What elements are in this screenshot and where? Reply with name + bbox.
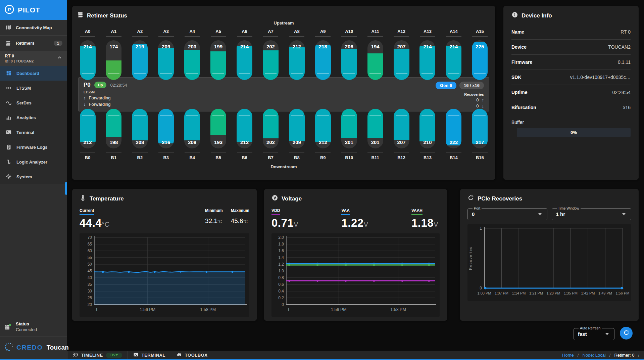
port-gauge-bar[interactable]: 212: [289, 40, 305, 80]
sidebar-item-analytics[interactable]: Analytics: [0, 110, 67, 125]
sidebar-item-retimers[interactable]: Retimers 1: [0, 36, 67, 51]
port-gauge-b2[interactable]: 208 B2: [132, 109, 148, 160]
port-gauge-bar[interactable]: 203: [184, 40, 200, 80]
bottom-tab-terminal[interactable]: TERMINAL: [128, 351, 171, 359]
port-gauge-bar[interactable]: 207: [394, 109, 409, 148]
port-gauge-bar[interactable]: 174: [106, 40, 121, 80]
port-gauge-a2[interactable]: A2 219: [132, 29, 148, 80]
map-icon: [5, 25, 11, 31]
port-gauge-b15[interactable]: 217 B15: [472, 109, 488, 160]
port-gauge-a15[interactable]: A15 225: [472, 29, 488, 80]
port-gauge-bar[interactable]: 217: [472, 109, 488, 148]
bottom-tab-timeline[interactable]: TIMELINE LIVE: [67, 351, 128, 359]
port-gauge-b7[interactable]: 202 B7: [262, 109, 279, 160]
port-select-label: Port: [473, 206, 482, 210]
port-gauge-b6[interactable]: 212 B6: [237, 109, 253, 160]
port-gauge-bar[interactable]: 216: [158, 109, 174, 148]
port-gauge-bar[interactable]: 201: [367, 109, 383, 148]
port-gauge-bar[interactable]: 219: [132, 40, 148, 80]
port-gauge-a12[interactable]: A12 207: [393, 29, 409, 80]
port-gauge-b3[interactable]: 216 B3: [158, 109, 174, 160]
pilot-logo[interactable]: P PILOT: [0, 0, 67, 20]
port-gauge-b14[interactable]: 222 B14: [446, 109, 462, 160]
port-gauge-bar[interactable]: 214: [446, 40, 461, 80]
svg-text:20: 20: [88, 302, 92, 307]
port-gauge-b1[interactable]: 198 B1: [106, 109, 122, 160]
panel-title: Retimer Status: [87, 12, 127, 19]
port-gauge-a0[interactable]: A0 214: [80, 29, 96, 80]
sidebar-item-firmware-logs[interactable]: Firmware Logs: [0, 140, 67, 154]
current-temperature-value: 44.4: [80, 217, 102, 229]
sidebar-item-label: Dashboard: [16, 71, 39, 76]
sidebar-item-system[interactable]: System: [0, 169, 67, 184]
retimer-group-header[interactable]: RT 0 ID: 0 | TOUCAN2: [0, 51, 67, 66]
port-gauge-bar[interactable]: 193: [210, 109, 226, 148]
port-gauge-a5[interactable]: A5 199: [210, 29, 227, 80]
sidebar-item-logic-analyzer[interactable]: Logic Analyzer: [0, 154, 67, 169]
port-gauge-a1[interactable]: A1 174: [106, 29, 122, 80]
up-arrow-icon: ↑: [482, 97, 484, 102]
port-gauge-a11[interactable]: A11 194: [367, 29, 383, 80]
port-gauge-a14[interactable]: A14 214: [446, 29, 462, 80]
port-gauge-a8[interactable]: A8 212: [289, 29, 305, 80]
port-gauge-b11[interactable]: 201 B11: [367, 109, 383, 160]
breadcrumb-home[interactable]: Home: [562, 353, 574, 358]
bottom-tab-toolbox[interactable]: TOOLBOX: [171, 351, 213, 359]
port-gauge-b5[interactable]: 193 B5: [210, 109, 227, 160]
up-arrow-icon: ↑: [84, 95, 86, 100]
breadcrumb-separator: /: [609, 353, 611, 358]
port-gauge-bar[interactable]: 194: [367, 40, 383, 80]
port-label: B0: [80, 152, 95, 160]
port-gauge-bar[interactable]: 212: [237, 109, 252, 148]
sidebar-item-connectivity-map[interactable]: Connectivity Map: [0, 20, 67, 35]
port-select-value: 0: [472, 211, 475, 217]
port-gauge-b8[interactable]: 209 B8: [289, 109, 305, 160]
port-gauge-bar[interactable]: 202: [263, 109, 279, 148]
port-gauge-b12[interactable]: 207 B12: [393, 109, 409, 160]
port-gauge-bar[interactable]: 214: [237, 40, 252, 80]
sidebar-scrollbar-thumb[interactable]: [65, 182, 67, 195]
port-gauge-bar[interactable]: 209: [158, 40, 174, 80]
port-gauge-bar[interactable]: 208: [184, 109, 200, 148]
port-gauge-bar[interactable]: 225: [472, 40, 488, 80]
port-select[interactable]: Port 0: [467, 206, 547, 220]
port-gauge-bar[interactable]: 214: [80, 40, 96, 80]
port-summary-bar[interactable]: P0 Up 02:28:54 LTSSM ↑Forwarding ↓Forwar…: [78, 77, 489, 111]
port-gauge-bar[interactable]: 218: [315, 40, 331, 80]
port-gauge-b0[interactable]: 212 B0: [80, 109, 96, 160]
port-gauge-bar[interactable]: 198: [106, 109, 121, 148]
port-gauge-a4[interactable]: A4 203: [184, 29, 200, 80]
port-gauge-b9[interactable]: 212 B9: [315, 109, 331, 160]
port-gauge-bar[interactable]: 209: [289, 109, 305, 148]
port-gauge-bar[interactable]: 212: [315, 109, 331, 148]
port-gauge-bar[interactable]: 214: [419, 40, 435, 80]
port-gauge-a13[interactable]: A13 214: [419, 29, 436, 80]
port-gauge-a10[interactable]: A10 206: [341, 29, 357, 80]
port-gauge-b10[interactable]: 201 B10: [341, 109, 357, 160]
sidebar-item-ltssm[interactable]: LTSSM: [0, 81, 67, 95]
time-window-select[interactable]: Time Window 1 hr: [552, 206, 632, 220]
port-gauge-b4[interactable]: 208 B4: [184, 109, 200, 160]
port-gauge-a6[interactable]: A6 214: [237, 29, 253, 80]
port-gauge-bar[interactable]: 207: [394, 40, 409, 80]
port-gauge-bar[interactable]: 206: [341, 40, 357, 80]
port-gauge-bar[interactable]: 210: [419, 109, 435, 148]
port-gauge-bar[interactable]: 202: [263, 40, 279, 80]
port-gauge-bar[interactable]: 222: [446, 109, 461, 148]
sidebar-item-serdes[interactable]: SerDes: [0, 95, 67, 110]
port-gauge-a7[interactable]: A7 202: [262, 29, 279, 80]
port-gauge-a3[interactable]: A3 209: [158, 29, 174, 80]
port-gauge-bar[interactable]: 201: [341, 109, 357, 148]
sidebar-item-terminal[interactable]: Terminal: [0, 125, 67, 140]
sidebar-item-dashboard[interactable]: Dashboard: [0, 66, 67, 81]
sidebar-item-label: Retimers: [16, 41, 35, 46]
sidebar-item-label: Logic Analyzer: [16, 160, 47, 165]
port-gauge-bar[interactable]: 199: [210, 40, 226, 80]
auto-refresh-select[interactable]: Auto Refresh fast: [574, 326, 614, 340]
refresh-button[interactable]: [620, 327, 633, 340]
port-gauge-bar[interactable]: 212: [80, 109, 96, 148]
port-gauge-a9[interactable]: A9 218: [315, 29, 331, 80]
port-gauge-b13[interactable]: 210 B13: [419, 109, 436, 160]
port-gauge-bar[interactable]: 208: [132, 109, 148, 148]
breadcrumb-node-local[interactable]: Node: Local: [582, 353, 605, 358]
